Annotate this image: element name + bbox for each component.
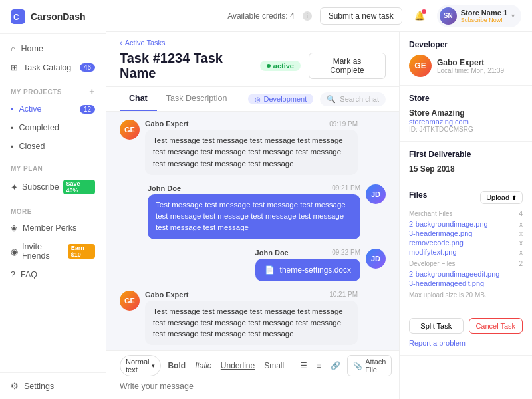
actions-section: Split Task Cancel Task Report a problem	[400, 307, 532, 356]
avatar: GE	[120, 291, 140, 311]
gift-icon: ◈	[11, 223, 17, 233]
paperclip-icon: 📎	[353, 362, 362, 370]
message-bubble: John Doe 09:21 PM Test message test mess…	[148, 184, 360, 239]
text-style-select[interactable]: Normal text ▾	[120, 355, 161, 376]
save-badge: Save 40%	[63, 180, 95, 194]
earn-badge: Earn $10	[68, 244, 95, 259]
search-chat[interactable]: 🔍 Search chat	[320, 92, 386, 106]
sender-name: Gabo Expert	[145, 291, 188, 299]
message-body: Test message test message test message t…	[145, 130, 358, 175]
message-row: GE Gabo Expert 10:21 PM Test message tes…	[120, 291, 386, 346]
settings-item[interactable]: ⚙ Settings	[11, 381, 95, 391]
upload-icon: ⬆	[511, 194, 517, 201]
file-remove-icon[interactable]: x	[519, 239, 523, 247]
development-tag: ◎ Development	[248, 94, 313, 104]
compose-input[interactable]	[120, 380, 386, 392]
search-icon: 🔍	[327, 95, 336, 104]
sidebar-brand-name: CarsonDash	[31, 11, 85, 22]
message-header: John Doe 09:21 PM	[148, 184, 360, 192]
small-button[interactable]: Small	[261, 360, 287, 372]
file-message[interactable]: 📄 theme-settings.docx	[255, 259, 360, 281]
merchant-files-label: Merchant Files 4	[409, 210, 523, 217]
message-bubble: John Doe 09:22 PM 📄 theme-settings.docx	[255, 249, 360, 281]
file-remove-icon[interactable]: x	[519, 249, 523, 256]
gear-icon: ⚙	[11, 381, 19, 391]
tab-chat[interactable]: Chat	[120, 87, 157, 111]
file-name: theme-settings.docx	[280, 265, 351, 275]
task-catalog-badge: 46	[80, 63, 95, 72]
credits-info-icon[interactable]: i	[303, 11, 312, 21]
tab-task-description[interactable]: Task Description	[157, 87, 237, 111]
italic-button[interactable]: Italic	[192, 360, 214, 372]
tag-icon: ◎	[255, 96, 261, 103]
sidebar-item-active[interactable]: ▪ Active 12	[0, 100, 106, 118]
submit-task-button[interactable]: Submit a new task	[320, 7, 402, 25]
file-item[interactable]: 3-headerimage.png x	[409, 229, 523, 237]
underline-button[interactable]: Underline	[218, 360, 257, 372]
files-header: Files Upload ⬆	[409, 190, 523, 205]
sender-name: John Doe	[255, 249, 289, 257]
sidebar-settings[interactable]: ⚙ Settings	[0, 372, 106, 399]
files-section: Files Upload ⬆ Merchant Files 4 2-backgr…	[400, 182, 532, 307]
person-icon: ◉	[11, 247, 18, 257]
file-remove-icon[interactable]: x	[519, 230, 523, 237]
sidebar-item-member-perks[interactable]: ◈ Member Perks	[0, 218, 106, 237]
breadcrumb[interactable]: ‹ Active Tasks	[120, 39, 386, 47]
message-row: JD John Doe 09:22 PM 📄 theme-settings.do…	[120, 249, 386, 281]
sidebar: C CarsonDash ⌂ Home ⊞ Task Catalog 46 MY…	[0, 0, 106, 399]
sidebar-item-invite-friends[interactable]: ◉ Invite Friends Earn $10	[0, 237, 106, 265]
sidebar-item-task-catalog[interactable]: ⊞ Task Catalog 46	[0, 58, 106, 77]
file-item[interactable]: modifytext.png x	[409, 248, 523, 256]
sender-name: John Doe	[148, 184, 181, 192]
user-sub: Subscribe Now!	[461, 17, 507, 23]
avatar: JD	[366, 184, 386, 204]
actions-row: Split Task Cancel Task	[409, 318, 523, 334]
list-icon[interactable]: ☰	[297, 360, 310, 372]
avatar: JD	[366, 249, 386, 269]
sidebar-item-faq[interactable]: ? FAQ	[0, 265, 106, 284]
link-icon[interactable]: 🔗	[328, 360, 343, 372]
task-title-row: Task #1234 Task Name active Mark as Comp…	[120, 51, 386, 81]
attach-button[interactable]: 📎 Attach File	[347, 355, 392, 376]
deliverable-section: First Deliverable 15 Sep 2018	[400, 142, 532, 182]
store-section: Store Store Amazing storeamazing.com ID:…	[400, 86, 532, 142]
sidebar-item-subscribe[interactable]: ✦ Subscribe Save 40%	[0, 175, 106, 199]
notification-dot	[422, 9, 426, 14]
ordered-list-icon[interactable]: ≡	[314, 360, 324, 372]
sidebar-item-home[interactable]: ⌂ Home	[0, 39, 106, 58]
user-info: Store Name 1 Subscribe Now!	[461, 9, 507, 23]
more-section: MORE	[0, 203, 106, 218]
sidebar-item-closed[interactable]: ▪ Closed	[0, 137, 106, 156]
logo-icon: C	[11, 9, 25, 24]
message-time: 09:22 PM	[332, 249, 360, 256]
message-time: 10:21 PM	[329, 291, 358, 298]
mark-complete-button[interactable]: Mark as Complete	[309, 53, 386, 79]
file-item[interactable]: 2-backgroundimage.png x	[409, 220, 523, 228]
folder-icon: ▪	[11, 123, 13, 132]
user-pill[interactable]: SN Store Name 1 Subscribe Now! ▾	[437, 5, 521, 27]
upload-button[interactable]: Upload ⬆	[480, 191, 523, 204]
status-dot	[267, 64, 271, 68]
file-item[interactable]: 2-backgroundimageedit.png	[409, 270, 523, 278]
store-link[interactable]: storeamazing.com	[409, 118, 523, 126]
sidebar-item-completed[interactable]: ▪ Completed	[0, 118, 106, 137]
file-remove-icon[interactable]: x	[519, 221, 523, 228]
compose-toolbar: Normal text ▾ Bold Italic Underline Smal…	[120, 355, 386, 376]
bold-button[interactable]: Bold	[165, 360, 188, 372]
sidebar-logo: C CarsonDash	[0, 0, 106, 34]
task-header: ‹ Active Tasks Task #1234 Task Name acti…	[106, 32, 399, 87]
chevron-left-icon: ‹	[120, 39, 122, 47]
add-project-icon[interactable]: +	[89, 86, 95, 97]
notification-icon[interactable]: 🔔	[410, 7, 429, 25]
home-icon: ⌂	[11, 44, 16, 53]
split-task-button[interactable]: Split Task	[409, 318, 464, 334]
file-item[interactable]: removecode.png x	[409, 239, 523, 247]
folder-icon: ▪	[11, 104, 13, 114]
report-problem-link[interactable]: Report a problem	[409, 339, 523, 347]
svg-text:C: C	[13, 13, 19, 22]
file-item[interactable]: 3-headerimageedit.png	[409, 279, 523, 287]
max-upload-text: Max upload size is 20 MB.	[409, 291, 523, 299]
cancel-task-button[interactable]: Cancel Task	[469, 318, 523, 334]
message-header: John Doe 09:22 PM	[255, 249, 360, 257]
content-area: ‹ Active Tasks Task #1234 Task Name acti…	[106, 32, 532, 399]
